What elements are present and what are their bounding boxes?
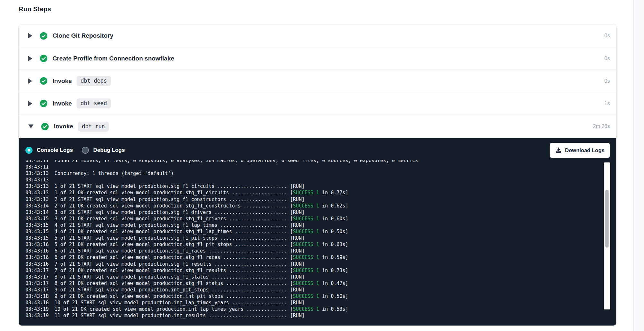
download-logs-label: Download Logs xyxy=(565,147,605,153)
chevron-right-icon[interactable] xyxy=(28,33,32,38)
log-line: 03:43:11 Found 21 models, 17 tests, 0 sn… xyxy=(25,160,603,164)
log-line: 03:43:17 7 of 21 OK created sql view mod… xyxy=(25,267,603,274)
success-check-icon xyxy=(40,77,47,85)
console-log-panel: Console Logs Debug Logs Download Logs 03… xyxy=(19,138,616,326)
log-line: 03:43:13 1 of 21 START sql view model pr… xyxy=(25,183,603,189)
download-icon xyxy=(555,147,562,153)
success-check-icon xyxy=(40,32,47,40)
log-line: 03:43:16 7 of 21 START sql view model pr… xyxy=(25,261,603,267)
log-line: 03:43:18 9 of 21 OK created sql view mod… xyxy=(25,293,603,299)
run-step-row[interactable]: Invoke dbt run 2m 26s xyxy=(19,115,616,138)
step-title: Create Profile from Connection snowflake xyxy=(52,55,174,62)
step-title: Invoke xyxy=(52,78,72,85)
log-success-label: SUCCESS 1 xyxy=(293,190,319,196)
log-success-label: SUCCESS 1 xyxy=(293,203,319,209)
log-line: 03:43:14 3 of 21 START sql view model pr… xyxy=(25,209,603,216)
run-step-row[interactable]: Invoke dbt seed 1s xyxy=(19,92,616,115)
log-type-radio[interactable]: Debug Logs xyxy=(82,147,125,154)
log-success-label: SUCCESS 1 xyxy=(293,229,319,234)
log-success-label: SUCCESS 1 xyxy=(293,254,319,260)
log-scrollbar-track[interactable] xyxy=(604,162,610,309)
log-line: 03:43:15 5 of 21 START sql view model pr… xyxy=(25,235,603,241)
log-line: 03:43:13 1 of 21 OK created sql view mod… xyxy=(25,189,603,196)
log-success-label: SUCCESS 1 xyxy=(293,280,319,286)
log-line: 03:43:15 4 of 21 START sql view model pr… xyxy=(25,222,603,228)
log-type-radio-group: Console Logs Debug Logs xyxy=(25,147,134,154)
log-line: 03:43:19 10 of 21 OK created sql view mo… xyxy=(25,306,603,312)
log-line: 03:43:11 xyxy=(25,164,603,170)
success-check-icon xyxy=(41,123,49,130)
success-check-icon xyxy=(40,100,47,107)
run-step-row[interactable]: Create Profile from Connection snowflake… xyxy=(19,47,616,69)
log-line: 03:43:16 5 of 21 OK created sql view mod… xyxy=(25,241,603,248)
log-line: 03:43:15 4 of 21 OK created sql view mod… xyxy=(25,228,603,235)
log-line: 03:43:16 6 of 21 OK created sql view mod… xyxy=(25,254,603,261)
console-log-viewport: 03:43:11 Found 21 models, 17 tests, 0 sn… xyxy=(19,160,603,320)
radio-unselected-icon[interactable] xyxy=(82,147,89,154)
log-line: 03:43:17 8 of 21 START sql view model pr… xyxy=(25,274,603,280)
log-line: 03:43:18 10 of 21 START sql view model p… xyxy=(25,299,603,306)
chevron-down-icon[interactable] xyxy=(28,124,33,128)
step-title: Clone Git Repository xyxy=(52,32,113,39)
run-steps-card: Clone Git Repository 0s Create Profile f… xyxy=(18,24,617,326)
step-duration: 0s xyxy=(604,78,610,84)
run-steps-section: Run Steps Clone Git Repository 0s Create… xyxy=(18,0,617,326)
step-duration: 0s xyxy=(604,56,610,61)
log-line: 03:43:17 9 of 21 START sql view model pr… xyxy=(25,287,603,293)
chevron-right-icon[interactable] xyxy=(28,56,32,61)
step-title: Invoke xyxy=(54,123,73,130)
run-steps-list: Clone Git Repository 0s Create Profile f… xyxy=(19,24,616,138)
radio-selected-icon[interactable] xyxy=(25,147,33,154)
step-title: Invoke xyxy=(52,100,72,107)
page-title: Run Steps xyxy=(19,5,617,14)
step-command-chip: dbt deps xyxy=(77,76,111,86)
log-line: 03:43:14 2 of 21 OK created sql view mod… xyxy=(25,203,603,209)
run-step-row[interactable]: Clone Git Repository 0s xyxy=(19,24,616,47)
log-success-label: SUCCESS 1 xyxy=(293,306,319,312)
run-step-row[interactable]: Invoke dbt deps 0s xyxy=(19,69,616,92)
console-log-lines: 03:43:11 Found 21 models, 17 tests, 0 sn… xyxy=(19,160,603,319)
log-line: 03:43:16 6 of 21 START sql view model pr… xyxy=(25,248,603,254)
log-line: 03:43:15 3 of 21 OK created sql view mod… xyxy=(25,216,603,222)
log-scrollbar-thumb[interactable] xyxy=(605,190,609,248)
log-success-label: SUCCESS 1 xyxy=(293,216,319,222)
radio-label: Debug Logs xyxy=(93,147,125,153)
log-line: 03:43:13 2 of 21 START sql view model pr… xyxy=(25,196,603,203)
console-toolbar: Console Logs Debug Logs Download Logs xyxy=(19,138,616,162)
chevron-right-icon[interactable] xyxy=(28,101,32,106)
log-success-label: SUCCESS 1 xyxy=(293,293,319,299)
log-line: 03:43:13 Concurrency: 1 threads (target=… xyxy=(25,170,603,177)
step-command-chip: dbt run xyxy=(78,122,109,132)
log-type-radio[interactable]: Console Logs xyxy=(25,147,73,154)
step-duration: 1s xyxy=(604,101,610,106)
log-line: 03:43:17 8 of 21 OK created sql view mod… xyxy=(25,280,603,287)
step-duration: 0s xyxy=(604,33,610,39)
log-success-label: SUCCESS 1 xyxy=(293,242,319,247)
radio-label: Console Logs xyxy=(37,147,73,153)
page-right-gutter xyxy=(633,0,644,331)
log-line: 03:43:19 11 of 21 START sql view model p… xyxy=(25,312,603,319)
step-duration: 2m 26s xyxy=(593,124,610,129)
step-command-chip: dbt seed xyxy=(77,98,111,108)
download-logs-button[interactable]: Download Logs xyxy=(550,143,610,158)
success-check-icon xyxy=(40,55,47,62)
chevron-right-icon[interactable] xyxy=(28,78,32,84)
log-line: 03:43:13 xyxy=(25,177,603,183)
log-success-label: SUCCESS 1 xyxy=(293,268,319,273)
